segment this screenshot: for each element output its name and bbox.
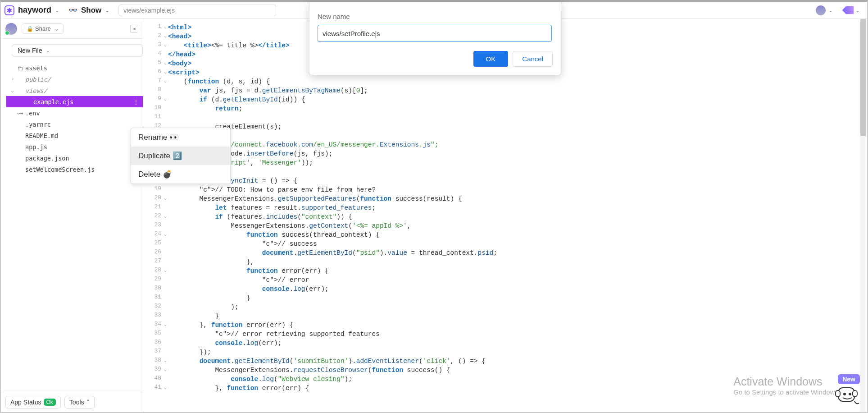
activate-windows-watermark: Activate Windows Go to Settings to activ… — [733, 375, 840, 396]
rename-modal: New name OK Cancel — [309, 2, 561, 75]
tree-file-setwelcomescreen-js[interactable]: setWelcomeScreen.js — [6, 164, 143, 175]
folder-icon: 🗀 — [17, 64, 25, 72]
tree-label: public/ — [25, 76, 51, 83]
new-file-button[interactable]: New File ⌄ — [12, 44, 143, 57]
logo-icon: ✱ — [5, 5, 14, 15]
workspace-name: hayword — [18, 5, 51, 15]
file-options-button[interactable]: ⋮ — [133, 98, 139, 106]
tree-file-env[interactable]: ⊶ .env — [6, 107, 143, 119]
key-icon: ⊶ — [17, 110, 25, 117]
duplicate-label: Duplicate — [138, 151, 170, 161]
glitch-avatar-icon[interactable] — [841, 5, 854, 15]
presence-avatar[interactable] — [5, 23, 17, 35]
caret-down-icon: ⌄ — [11, 87, 17, 93]
svg-point-3 — [849, 393, 851, 395]
context-duplicate[interactable]: Duplicate 2️⃣ — [131, 147, 230, 165]
svg-point-2 — [843, 393, 846, 395]
line-gutter: 1234567891011121314151617181920212223242… — [143, 19, 165, 393]
ok-button[interactable]: OK — [473, 51, 509, 67]
tree-label: .yarnrc — [25, 121, 51, 128]
tree-label: example.ejs — [33, 98, 73, 106]
share-button[interactable]: 🔒 Share ⌄ — [22, 23, 64, 34]
show-label: Show — [81, 6, 101, 15]
activate-line2: Go to Settings to activate Windows. — [733, 388, 840, 396]
sidebar-bottom: App Status Ok Tools ˄ — [1, 392, 143, 412]
file-context-menu: Rename 👀 Duplicate 2️⃣ Delete 💣 — [131, 128, 231, 184]
scrollbar-thumb[interactable] — [860, 19, 866, 136]
tree-label: views/ — [25, 87, 47, 94]
chevron-down-icon: ⌄ — [105, 7, 109, 14]
glasses-icon: 👓 — [68, 6, 77, 14]
main-area: 🔒 Share ⌄ ◂ New File ⌄ 🗀 assets › public… — [1, 19, 867, 412]
svg-rect-1 — [836, 390, 840, 397]
workspace-switcher[interactable]: ✱ hayword ⌄ — [5, 5, 59, 15]
chevron-up-icon: ˄ — [86, 399, 90, 406]
share-label: Share — [35, 25, 51, 32]
eyes-icon: 👀 — [169, 133, 179, 142]
svg-rect-4 — [853, 390, 857, 397]
rename-label: Rename — [138, 133, 167, 142]
modal-label: New name — [318, 13, 553, 20]
tree-folder-assets[interactable]: 🗀 assets — [6, 62, 143, 73]
app-status-label: App Status — [10, 399, 41, 406]
tree-label: package.json — [25, 155, 69, 162]
tree-folder-views[interactable]: ⌄ views/ — [6, 85, 143, 96]
code-editor[interactable]: 1234567891011121314151617181920212223242… — [143, 19, 867, 412]
cancel-button[interactable]: Cancel — [513, 51, 553, 67]
new-name-input[interactable] — [318, 25, 552, 42]
tree-file-yarnrc[interactable]: .yarnrc — [6, 119, 143, 130]
tree-folder-public[interactable]: › public/ — [6, 73, 143, 85]
tree-label: setWelcomeScreen.js — [25, 166, 95, 173]
chevron-down-icon: ⌄ — [45, 47, 50, 54]
tree-file-appjs[interactable]: app.js — [6, 141, 143, 152]
two-icon: 2️⃣ — [173, 151, 182, 161]
tree-file-example-ejs[interactable]: example.ejs ⋮ — [6, 96, 143, 107]
tree-file-package-json[interactable]: package.json — [6, 152, 143, 164]
tree-label: app.js — [25, 143, 47, 151]
vertical-scrollbar[interactable] — [860, 19, 866, 412]
tree-file-readme[interactable]: README.md — [6, 130, 143, 141]
chevron-down-icon: ⌄ — [55, 7, 59, 14]
status-ok-badge: Ok — [44, 399, 56, 406]
file-tree: 🗀 assets › public/ ⌄ views/ example.ejs … — [1, 62, 143, 175]
context-delete[interactable]: Delete 💣 — [131, 165, 230, 184]
context-rename[interactable]: Rename 👀 — [131, 128, 230, 147]
bomb-icon: 💣 — [163, 170, 172, 179]
help-mascot-icon[interactable] — [834, 381, 859, 407]
app-frame: ✱ hayword ⌄ 👓 Show ⌄ ⌄ ⌄ 🔒 Share ⌄ ◂ — [0, 0, 868, 413]
user-avatar[interactable] — [816, 5, 826, 15]
lock-icon: 🔒 — [27, 26, 33, 32]
sidebar-top: 🔒 Share ⌄ ◂ — [1, 19, 143, 39]
activate-line1: Activate Windows — [733, 375, 840, 388]
caret-right-icon: › — [11, 76, 17, 82]
chevron-down-icon: ⌄ — [55, 26, 59, 32]
new-file-label: New File — [18, 47, 42, 54]
show-dropdown[interactable]: 👓 Show ⌄ — [68, 6, 109, 15]
app-status-button[interactable]: App Status Ok — [5, 396, 61, 408]
file-path-input[interactable] — [118, 5, 276, 16]
sidebar: 🔒 Share ⌄ ◂ New File ⌄ 🗀 assets › public… — [1, 19, 143, 412]
chevron-down-icon[interactable]: ⌄ — [828, 7, 833, 14]
tree-label: .env — [25, 110, 40, 117]
tools-button[interactable]: Tools ˄ — [64, 396, 95, 408]
chevron-down-icon[interactable]: ⌄ — [855, 7, 860, 14]
tree-label: assets — [25, 64, 47, 72]
tools-label: Tools — [69, 399, 84, 406]
collapse-sidebar-button[interactable]: ◂ — [130, 25, 138, 33]
tree-label: README.md — [25, 132, 58, 139]
delete-label: Delete — [138, 170, 160, 179]
